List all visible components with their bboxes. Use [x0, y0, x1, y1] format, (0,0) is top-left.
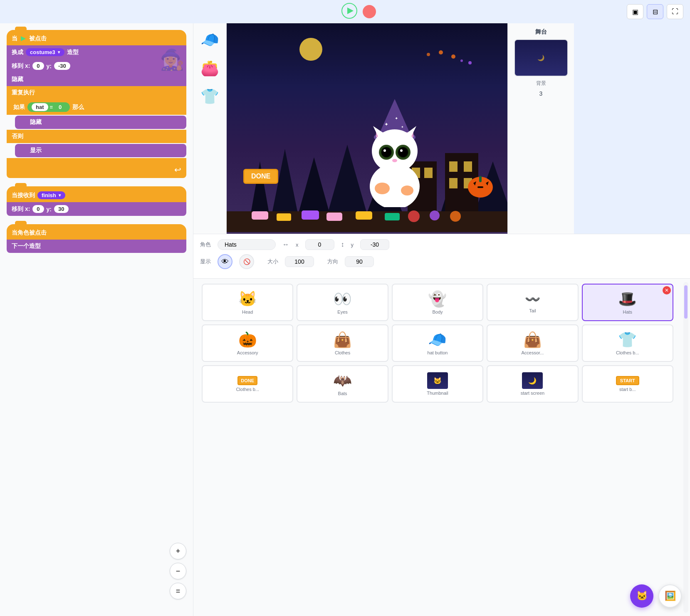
y-coord-input[interactable]: [360, 239, 389, 250]
repeat-block[interactable]: 重复执行: [7, 86, 186, 99]
costume-item-accessor2[interactable]: 👜 Accessor...: [487, 324, 578, 362]
costume-item-clothes[interactable]: 👜 Clothes: [297, 324, 388, 362]
done-button[interactable]: DONE: [243, 169, 278, 184]
costume-item-clothes-b2[interactable]: DONE Clothes b...: [202, 365, 293, 403]
direction-input[interactable]: [345, 256, 374, 267]
accessor2-label: Accessor...: [521, 350, 544, 355]
stage-label: 舞台: [535, 28, 547, 36]
y-val-2[interactable]: 30: [54, 205, 68, 213]
finish-value[interactable]: finish ▼: [37, 191, 65, 199]
zoom-controls: + − =: [170, 543, 186, 599]
costume-item-bats[interactable]: 🦇 Bats: [297, 365, 388, 403]
candies: [239, 195, 495, 225]
start-screen-label: start screen: [521, 391, 544, 396]
svg-point-42: [392, 159, 397, 162]
when-flag-block[interactable]: 当 被点击: [7, 30, 186, 45]
x-value[interactable]: 0: [32, 62, 44, 70]
costume-hat-icon[interactable]: 🧢: [198, 28, 222, 52]
layout-btn-fullscreen[interactable]: ⛶: [667, 4, 683, 19]
fab-area: 🐱 🖼️: [630, 584, 682, 608]
sprite-name-input[interactable]: [218, 239, 276, 250]
svg-rect-46: [252, 211, 268, 220]
costume-item-tail[interactable]: 〰️ Tail: [487, 284, 578, 321]
eyes-icon: 👀: [333, 290, 352, 308]
when-sprite-clicked[interactable]: 当角色被点击: [7, 224, 186, 240]
y-label: y: [351, 242, 354, 248]
layout-btn-1[interactable]: ▣: [627, 4, 643, 19]
stage-canvas: ✦ ✦ ✦: [227, 23, 507, 234]
zero-val[interactable]: 0: [54, 103, 66, 111]
y-value[interactable]: -30: [54, 62, 70, 70]
costume-item-hats[interactable]: ✕ 🎩 Hats: [582, 284, 673, 321]
svg-rect-49: [326, 213, 342, 221]
hide-label-inner: 隐藏: [30, 119, 42, 126]
zoom-in-btn[interactable]: +: [170, 543, 186, 559]
if-block[interactable]: 如果 hat = 0 那么: [7, 99, 186, 115]
stage-thumbnail[interactable]: 🌙: [514, 39, 568, 77]
costume-grid: 🐱 Head 👀 Eyes 👻 Body 〰️: [202, 284, 673, 403]
x-coord-input[interactable]: [305, 239, 334, 250]
costume-value[interactable]: costume3 ▼: [26, 48, 64, 56]
svg-text:✦: ✦: [401, 125, 404, 129]
visibility-on-btn[interactable]: 👁: [218, 254, 232, 269]
svg-rect-23: [449, 178, 458, 188]
green-flag-button[interactable]: [341, 2, 358, 21]
visibility-off-btn[interactable]: 🚫: [239, 254, 254, 269]
costume-sidebar: 🧢 👛 👕: [193, 23, 227, 234]
delete-hats-btn[interactable]: ✕: [663, 286, 671, 294]
repeat-label: 重复执行: [12, 89, 35, 96]
else-block[interactable]: 否则: [7, 130, 186, 143]
add-sprite-btn[interactable]: 🐱: [630, 584, 653, 608]
condition-block[interactable]: hat = 0: [27, 102, 70, 112]
zoom-out-btn[interactable]: −: [170, 563, 186, 579]
when-flag-label: 当: [12, 35, 17, 42]
hide-block-1[interactable]: 隐藏: [7, 73, 186, 86]
svg-point-54: [450, 211, 461, 222]
block-stack-2: 当接收到 finish ▼ 移到 x: 0 y: 30: [7, 186, 186, 216]
hat-button-label: hat button: [428, 350, 448, 355]
size-input[interactable]: [285, 256, 314, 267]
add-backdrop-btn[interactable]: 🖼️: [658, 584, 682, 608]
costume-item-body[interactable]: 👻 Body: [392, 284, 483, 321]
costume-item-hat-button[interactable]: 🧢 hat button: [392, 324, 483, 362]
svg-point-4: [439, 50, 443, 54]
size-label: 大小: [267, 258, 278, 265]
show-block[interactable]: 显示: [15, 144, 186, 157]
x-arrow: ↔: [282, 241, 289, 248]
eyes-label: Eyes: [337, 309, 347, 314]
bats-label: Bats: [338, 391, 347, 396]
when-receive-block[interactable]: 当接收到 finish ▼: [7, 186, 186, 202]
show-label: 显示: [30, 147, 42, 154]
costume-item-clothes-b[interactable]: 👕 Clothes b...: [582, 324, 673, 362]
costume-bag-icon[interactable]: 👛: [198, 57, 222, 80]
costume-item-eyes[interactable]: 👀 Eyes: [297, 284, 388, 321]
start-screen-icon: 🌙: [522, 372, 543, 389]
svg-point-52: [408, 210, 420, 222]
sprite-label: 角色: [200, 241, 211, 248]
stop-button[interactable]: [363, 5, 376, 18]
costume-item-start-b[interactable]: START start b...: [582, 365, 673, 403]
head-label: Head: [242, 309, 253, 314]
costume-item-accessory[interactable]: 🎃 Accessory: [202, 324, 293, 362]
moveto-block-2[interactable]: 移到 x: 0 y: 30: [7, 202, 186, 216]
next-costume-block[interactable]: 下一个造型: [7, 240, 186, 253]
if-label: 如果: [13, 104, 25, 111]
costume-item-thumbnail[interactable]: 🐱 Thumbnail: [392, 365, 483, 403]
x-val-2[interactable]: 0: [32, 205, 44, 213]
layout-btn-2[interactable]: ⊟: [647, 4, 663, 19]
costume-suffix: 造型: [67, 49, 79, 56]
costume-item-head[interactable]: 🐱 Head: [202, 284, 293, 321]
cat-sprite: ✦ ✦ ✦: [349, 91, 440, 209]
right-panel: 🧢 👛 👕: [193, 23, 690, 616]
hats-icon: 🎩: [618, 290, 637, 308]
scrollbar[interactable]: [683, 282, 688, 613]
tail-label: Tail: [529, 308, 536, 313]
bats-icon: 🦇: [333, 372, 352, 389]
fit-btn[interactable]: =: [170, 583, 186, 599]
costume-shirt-icon[interactable]: 👕: [198, 85, 222, 108]
finish-arrow: ▼: [58, 193, 62, 198]
costume-item-start-screen[interactable]: 🌙 start screen: [487, 365, 578, 403]
hat-var[interactable]: hat: [32, 103, 48, 111]
svg-point-7: [460, 59, 463, 62]
hide-block-inner[interactable]: 隐藏: [15, 116, 186, 129]
